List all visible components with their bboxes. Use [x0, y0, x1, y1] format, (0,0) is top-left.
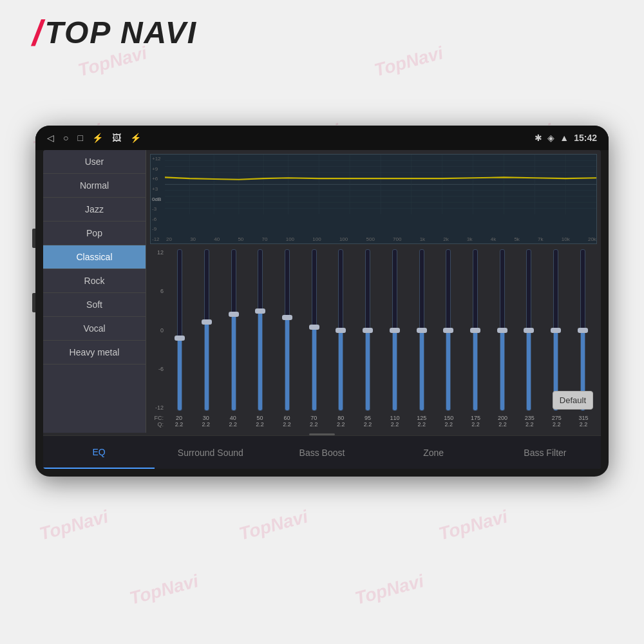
back-icon[interactable]: ◁ — [47, 133, 54, 143]
slider-track-4[interactable] — [285, 249, 290, 411]
slider-col-7[interactable] — [355, 248, 381, 412]
q-label: Q: — [150, 421, 166, 428]
slider-track-15[interactable] — [580, 249, 585, 411]
slider-thumb-3[interactable] — [255, 308, 265, 314]
tab-bass-filter[interactable]: Bass Filter — [489, 436, 601, 469]
preset-item-heavy-metal[interactable]: Heavy metal — [43, 341, 146, 365]
slider-track-13[interactable] — [526, 249, 531, 411]
q-value-7: 2.2 — [354, 421, 381, 428]
fc-value-13: 235 — [516, 415, 543, 421]
preset-item-vocal[interactable]: Vocal — [43, 317, 146, 341]
db-labels: +12 +9 +6 +3 0dB -3 -6 -9 -12 — [151, 155, 162, 243]
slider-thumb-11[interactable] — [470, 328, 480, 333]
slider-col-12[interactable] — [489, 248, 515, 412]
q-value-5: 2.2 — [300, 421, 327, 428]
preset-item-user[interactable]: User — [43, 150, 146, 174]
slider-track-10[interactable] — [446, 249, 451, 411]
home-icon[interactable]: ○ — [63, 133, 68, 143]
slider-track-12[interactable] — [500, 249, 505, 411]
slider-track-1[interactable] — [204, 249, 209, 411]
slider-thumb-12[interactable] — [497, 328, 507, 333]
slider-col-13[interactable] — [516, 248, 542, 412]
slider-col-9[interactable] — [408, 248, 435, 412]
slider-track-6[interactable] — [338, 249, 343, 411]
fc-value-0: 20 — [166, 415, 193, 421]
slider-thumb-14[interactable] — [551, 328, 561, 333]
fc-label: FC: — [150, 415, 166, 421]
slider-thumb-10[interactable] — [443, 328, 453, 333]
usb-icon: ⚡ — [92, 133, 103, 143]
fc-value-10: 150 — [435, 415, 462, 421]
fc-value-5: 70 — [300, 415, 327, 421]
status-bar-right: ✱ ◈ ▲ 15:42 — [535, 133, 597, 143]
slider-thumb-2[interactable] — [229, 312, 239, 317]
eq-area: UserNormalJazzPopClassicalRockSoftVocalH… — [43, 150, 601, 433]
tab-eq[interactable]: EQ — [43, 436, 155, 469]
default-button[interactable]: Default — [553, 391, 593, 410]
eq-graph: +12 +9 +6 +3 0dB -3 -6 -9 -12 — [150, 154, 597, 244]
fc-value-11: 175 — [462, 415, 489, 421]
slider-track-5[interactable] — [312, 249, 317, 411]
slider-col-14[interactable] — [543, 248, 569, 412]
logo: / TOP NAVI — [32, 12, 197, 53]
tab-zone[interactable]: Zone — [378, 436, 489, 469]
preset-item-normal[interactable]: Normal — [43, 174, 146, 198]
slider-thumb-4[interactable] — [282, 315, 292, 320]
screen: UserNormalJazzPopClassicalRockSoftVocalH… — [43, 150, 601, 469]
slider-thumb-1[interactable] — [202, 319, 212, 325]
slider-col-8[interactable] — [382, 248, 408, 412]
slider-track-3[interactable] — [258, 249, 263, 411]
side-button-bottom[interactable] — [32, 293, 35, 312]
slider-track-0[interactable] — [177, 249, 182, 411]
q-value-4: 2.2 — [274, 421, 301, 428]
slider-col-0[interactable] — [167, 248, 193, 412]
slider-col-1[interactable] — [194, 248, 220, 412]
recents-icon[interactable]: □ — [77, 133, 82, 143]
preset-item-rock[interactable]: Rock — [43, 269, 146, 293]
slider-col-15[interactable] — [569, 248, 596, 412]
fc-value-2: 40 — [220, 415, 247, 421]
slider-thumb-0[interactable] — [175, 336, 185, 341]
side-button-top[interactable] — [32, 229, 35, 248]
preset-item-pop[interactable]: Pop — [43, 222, 146, 245]
slider-thumb-15[interactable] — [578, 328, 588, 333]
slider-thumb-6[interactable] — [336, 328, 346, 333]
logo-text: TOP NAVI — [45, 15, 197, 50]
slider-thumb-9[interactable] — [417, 328, 427, 333]
fc-value-7: 95 — [354, 415, 381, 421]
wifi-icon: ▲ — [560, 133, 569, 143]
slider-col-4[interactable] — [274, 248, 301, 412]
preset-item-jazz[interactable]: Jazz — [43, 198, 146, 222]
fc-value-1: 30 — [193, 415, 220, 421]
tab-surround-sound[interactable]: Surround Sound — [155, 436, 266, 469]
slider-track-2[interactable] — [231, 249, 236, 411]
q-value-9: 2.2 — [408, 421, 435, 428]
preset-item-classical[interactable]: Classical — [43, 245, 146, 269]
preset-item-soft[interactable]: Soft — [43, 293, 146, 317]
fc-value-6: 80 — [327, 415, 354, 421]
tab-bass-boost[interactable]: Bass Boost — [266, 436, 377, 469]
q-value-12: 2.2 — [489, 421, 516, 428]
slider-col-5[interactable] — [301, 248, 327, 412]
slider-thumb-7[interactable] — [363, 328, 373, 333]
slider-track-11[interactable] — [473, 249, 478, 411]
slider-track-14[interactable] — [553, 249, 558, 411]
q-value-3: 2.2 — [247, 421, 274, 428]
slider-col-10[interactable] — [435, 248, 462, 412]
slider-col-2[interactable] — [220, 248, 247, 412]
slider-col-11[interactable] — [462, 248, 489, 412]
q-value-8: 2.2 — [381, 421, 408, 428]
slider-col-6[interactable] — [328, 248, 354, 412]
slider-thumb-5[interactable] — [309, 325, 319, 330]
sliders-container — [166, 247, 597, 413]
slider-col-3[interactable] — [247, 248, 274, 412]
preset-sidebar: UserNormalJazzPopClassicalRockSoftVocalH… — [43, 150, 146, 433]
slider-track-8[interactable] — [392, 249, 397, 411]
slider-track-7[interactable] — [365, 249, 370, 411]
logo-slash: / — [32, 12, 44, 53]
slider-track-9[interactable] — [419, 249, 424, 411]
slider-thumb-8[interactable] — [390, 328, 400, 333]
slider-thumb-13[interactable] — [524, 328, 534, 333]
q-value-10: 2.2 — [435, 421, 462, 428]
q-value-13: 2.2 — [516, 421, 543, 428]
